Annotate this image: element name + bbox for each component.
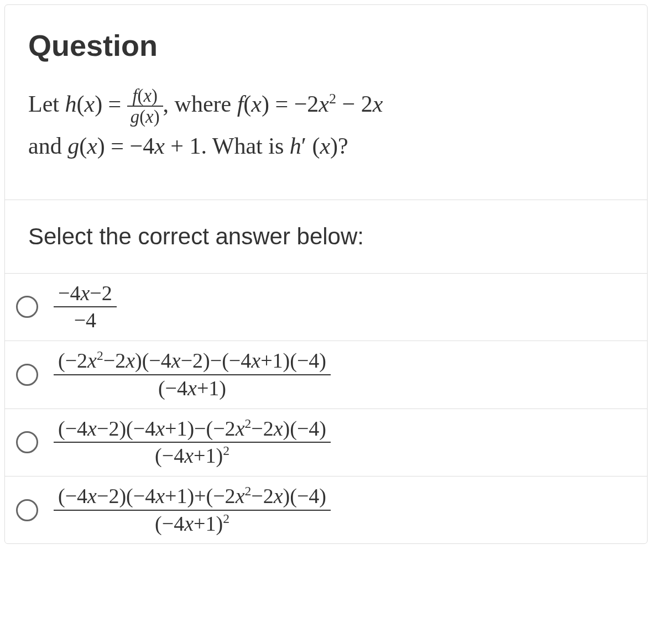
- answer-option-4[interactable]: [(−4x−2)(−4x+1) + (−2x²−2x)(−4)] / (−4x+…: [5, 477, 647, 543]
- answer-option-1[interactable]: (−4x−2) / (−4) −4x−2 −4: [5, 274, 647, 341]
- answer-option-3-math: [(−4x−2)(−4x+1) − (−2x²−2x)(−4)] / (−4x+…: [54, 416, 331, 469]
- radio-icon: [16, 431, 38, 453]
- radio-icon: [16, 364, 38, 386]
- answer-option-3[interactable]: [(−4x−2)(−4x+1) − (−2x²−2x)(−4)] / (−4x+…: [5, 409, 647, 477]
- answer-option-1-math: (−4x−2) / (−4) −4x−2 −4: [54, 280, 117, 334]
- question-block: Question Let h(x) = f(x)/g(x), where f(x…: [5, 5, 647, 200]
- answer-option-2-math: [(−2x²−2x)(−4x−2) − (−4x+1)(−4)] / (−4x+…: [54, 348, 331, 401]
- question-body: Let h(x) = f(x)/g(x), where f(x) = −2x² …: [28, 85, 624, 166]
- question-title: Question: [28, 28, 624, 62]
- answer-option-2[interactable]: [(−2x²−2x)(−4x−2) − (−4x+1)(−4)] / (−4x+…: [5, 341, 647, 409]
- radio-icon: [16, 499, 38, 521]
- question-card: Question Let h(x) = f(x)/g(x), where f(x…: [4, 4, 648, 544]
- answer-option-4-math: [(−4x−2)(−4x+1) + (−2x²−2x)(−4)] / (−4x+…: [54, 483, 331, 537]
- answer-prompt: Select the correct answer below:: [5, 200, 647, 274]
- radio-icon: [16, 296, 38, 318]
